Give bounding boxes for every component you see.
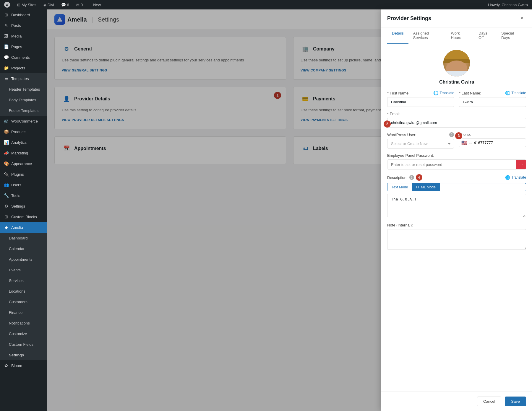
sidebar-label-sub-dashboard: Dashboard [9,236,28,240]
divi-item[interactable]: ◈ Divi [42,0,56,9]
sidebar-label-analytics: Analytics [11,140,27,145]
tab-assigned-services[interactable]: Assigned Services [408,27,446,44]
note-label-text: Note (Internal): [387,223,413,227]
admin-bar: W ⊞ My Sites ◈ Divi 💬 6 ✉ 0 + New Howdy,… [0,0,532,9]
sidebar-item-media[interactable]: 🖼 Media [0,31,47,41]
last-name-input[interactable] [459,97,526,107]
save-button[interactable]: Save [505,397,526,406]
sidebar-item-sub-calendar[interactable]: Calendar [7,243,47,254]
provider-avatar-section: Christina Gwira [387,50,526,85]
sidebar-item-amelia[interactable]: ◆ Amelia [0,222,47,233]
note-textarea[interactable] [387,229,526,250]
sidebar-item-projects[interactable]: 📁 Projects [0,63,47,73]
email-label-text: * Email: [387,112,400,116]
sidebar-label-projects: Projects [11,66,25,70]
sidebar-item-footer-templates[interactable]: Footer Templates [7,105,47,116]
posts-icon: ✎ [4,23,9,28]
sidebar-label-media: Media [11,34,22,38]
last-name-label-row: * Last Name: 🌐 Translate [459,91,526,95]
sidebar-item-dashboard[interactable]: ⊞ Dashboard [0,9,47,20]
sidebar: ⊞ Dashboard ✎ Posts 🖼 Media 📄 Pages 💬 Co… [0,9,47,411]
email-input[interactable] [387,118,526,128]
sidebar-label-sub-events: Events [9,268,21,272]
cancel-button[interactable]: Cancel [477,397,501,406]
sidebar-item-body-templates[interactable]: Body Templates [7,94,47,105]
appearance-icon: 🎨 [4,161,9,166]
products-icon: 📦 [4,129,9,134]
sidebar-item-custom-blocks[interactable]: ⊞ Custom Blocks [0,211,47,222]
password-toggle-button[interactable]: ··· [516,160,526,169]
comments-item[interactable]: 💬 6 [59,0,71,9]
name-row: * First Name: 🌐 Translate * Last Name: 🌐 [387,91,526,107]
sidebar-item-sub-customize[interactable]: Customize [7,328,47,339]
sidebar-item-pages[interactable]: 📄 Pages [0,41,47,52]
sidebar-item-comments[interactable]: 💬 Comments [0,52,47,63]
sidebar-item-sub-custom-fields[interactable]: Custom Fields [7,339,47,350]
modal-title: Provider Settings [387,15,431,22]
messages-item[interactable]: ✉ 0 [74,0,85,9]
description-translate-btn[interactable]: 🌐 Translate [505,175,526,180]
sidebar-item-products[interactable]: 📦 Products [0,126,47,137]
last-name-translate-label: Translate [511,91,526,95]
settings-icon: ⚙ [4,204,9,208]
sidebar-item-bloom[interactable]: ✿ Bloom [0,360,47,371]
sidebar-item-marketing[interactable]: 📣 Marketing [0,148,47,158]
phone-input[interactable] [474,141,523,145]
sidebar-item-sub-customers[interactable]: Customers [7,296,47,307]
provider-avatar[interactable] [443,50,470,76]
wp-user-select[interactable]: Select or Create New [387,139,454,149]
sidebar-item-header-templates[interactable]: Header Templates [7,84,47,94]
sidebar-item-templates[interactable]: ☰ Templates [0,73,47,84]
templates-submenu: Header Templates Body Templates Footer T… [0,84,47,116]
sidebar-label-settings: Settings [11,204,25,208]
messages-count: 0 [81,3,83,7]
wp-logo-item[interactable]: W [2,0,12,9]
my-sites-item[interactable]: ⊞ My Sites [15,0,38,9]
sidebar-item-appearance[interactable]: 🎨 Appearance [0,158,47,169]
password-input[interactable] [387,160,516,169]
sidebar-item-sub-notifications[interactable]: Notifications [7,318,47,328]
phone-dots[interactable]: ··· [469,141,472,145]
amelia-submenu: Dashboard Calendar Appointments Events S… [0,233,47,360]
sidebar-item-sub-appointments[interactable]: Appointments [7,254,47,265]
sidebar-item-sub-events[interactable]: Events [7,265,47,275]
first-name-label: * First Name: [387,91,410,95]
first-name-translate-btn[interactable]: 🌐 Translate [433,91,454,95]
sidebar-item-plugins[interactable]: 🔌 Plugins [0,169,47,180]
sidebar-item-posts[interactable]: ✎ Posts [0,20,47,31]
new-item[interactable]: + New [88,0,103,9]
sidebar-item-users[interactable]: 👥 Users [0,180,47,190]
comment-icon: 💬 [61,3,66,7]
wp-user-help-icon[interactable]: ? [449,132,454,137]
sidebar-item-sub-services[interactable]: Services [7,275,47,286]
badge-description: 4 [416,174,422,181]
sidebar-item-woocommerce[interactable]: 🛒 WooCommerce [0,116,47,126]
tab-details[interactable]: Details [387,27,408,44]
modal-close-button[interactable]: × [518,14,526,22]
text-mode-button[interactable]: Text Mode [387,183,412,191]
phone-field[interactable]: 🇺🇸 ··· [459,138,526,147]
description-help-icon[interactable]: ? [409,175,414,180]
dashboard-icon: ⊞ [4,12,9,17]
sidebar-item-sub-dashboard[interactable]: Dashboard [7,233,47,243]
media-icon: 🖼 [4,34,9,38]
comments-count: 6 [67,3,69,7]
sidebar-item-analytics[interactable]: 📊 Analytics [0,137,47,148]
html-mode-button[interactable]: HTML Mode [412,183,440,191]
description-label-left: Description: ? 4 [387,174,422,181]
tab-days-off[interactable]: Days Off [474,27,497,44]
last-name-translate-btn[interactable]: 🌐 Translate [505,91,526,95]
tab-special-days[interactable]: Special Days [497,27,526,44]
templates-icon: ☰ [4,76,9,81]
sidebar-item-sub-finance[interactable]: Finance [7,307,47,318]
howdy-item[interactable]: Howdy, Christina Gwira [486,0,530,9]
tab-work-hours[interactable]: Work Hours [446,27,474,44]
sidebar-item-settings[interactable]: ⚙ Settings [0,201,47,211]
sidebar-label-header-templates: Header Templates [9,87,40,92]
sidebar-item-tools[interactable]: 🔧 Tools [0,190,47,201]
first-name-input[interactable] [387,97,454,107]
sidebar-item-sub-locations[interactable]: Locations [7,286,47,296]
sidebar-label-sub-settings: Settings [9,353,24,357]
description-textarea[interactable]: The G.O.A.T [387,194,526,217]
sidebar-item-sub-settings[interactable]: Settings [7,350,47,360]
